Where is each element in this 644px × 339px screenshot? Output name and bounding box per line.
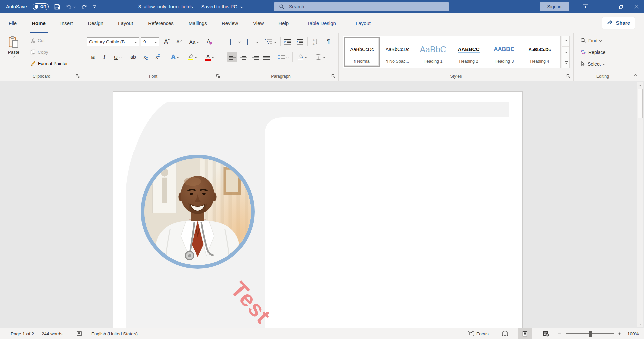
proofing-status-button[interactable] (74, 328, 85, 339)
search-icon (279, 4, 284, 9)
clipboard-dialog-launcher[interactable] (76, 74, 80, 78)
tab-home[interactable]: Home (24, 13, 53, 33)
search-box[interactable] (274, 2, 449, 11)
highlight-color-button[interactable] (184, 52, 200, 62)
doctor-photo[interactable] (141, 155, 255, 269)
copy-button[interactable]: Copy (28, 49, 50, 55)
underline-button[interactable]: U (111, 52, 125, 62)
styles-gallery-more-button[interactable] (562, 57, 569, 68)
decrease-indent-button[interactable] (282, 37, 293, 47)
tab-table-design[interactable]: Table Design (300, 13, 343, 33)
font-name-combo[interactable]: Century Gothic (B (87, 37, 139, 46)
web-layout-button[interactable] (539, 328, 553, 339)
language-indicator[interactable]: English (United States) (89, 328, 140, 339)
shrink-font-button[interactable]: A (174, 37, 184, 47)
save-button[interactable] (54, 4, 60, 10)
text-effects-button[interactable]: A (168, 52, 182, 62)
paste-button[interactable]: Paste (4, 36, 23, 71)
styles-dialog-launcher[interactable] (566, 74, 570, 78)
zoom-out-button[interactable] (556, 328, 564, 339)
zoom-in-button[interactable] (616, 328, 623, 339)
tab-references[interactable]: References (141, 13, 181, 33)
quick-access-toolbar-button[interactable] (93, 5, 97, 9)
increase-indent-button[interactable] (294, 37, 305, 47)
page-indicator[interactable]: Page 1 of 2 (9, 328, 36, 339)
align-right-icon (252, 54, 259, 60)
close-button[interactable] (629, 0, 644, 13)
ribbon-display-options-button[interactable] (578, 0, 593, 13)
document-title[interactable]: 3_allow_only_form_fields - Saved to this… (138, 0, 243, 13)
font-color-button[interactable]: A (202, 52, 217, 62)
share-button[interactable]: Share (602, 17, 635, 29)
document-page[interactable]: Test (113, 91, 523, 328)
vertical-scrollbar[interactable] (637, 82, 643, 327)
select-button[interactable]: Select (578, 61, 607, 67)
tab-design[interactable]: Design (80, 13, 111, 33)
sign-in-button[interactable]: Sign in (540, 2, 569, 11)
font-dialog-launcher[interactable] (216, 74, 220, 78)
tab-table-layout[interactable]: Layout (348, 13, 378, 33)
italic-button[interactable]: I (99, 52, 109, 62)
font-color-icon: A (205, 54, 211, 61)
bold-button[interactable]: B (88, 52, 98, 62)
align-center-button[interactable] (239, 52, 249, 62)
zoom-slider-handle[interactable] (589, 331, 592, 337)
scroll-up-button[interactable] (637, 82, 643, 88)
shading-button[interactable] (294, 52, 310, 62)
restore-button[interactable] (613, 0, 629, 13)
print-layout-button[interactable] (518, 328, 532, 339)
document-area[interactable]: Test (0, 81, 644, 328)
scrollbar-thumb[interactable] (638, 89, 643, 118)
bullets-button[interactable] (227, 37, 242, 47)
search-input[interactable] (288, 4, 445, 10)
strikethrough-button[interactable]: ab (127, 52, 139, 62)
show-formatting-button[interactable]: ¶ (323, 37, 333, 47)
zoom-slider-track[interactable] (566, 333, 614, 334)
format-painter-button[interactable]: Format Painter (28, 60, 70, 66)
word-count[interactable]: 244 words (40, 328, 64, 339)
styles-scroll-up-button[interactable] (562, 36, 569, 47)
style-heading-4[interactable]: AaBbCcDc Heading 4 (522, 37, 557, 67)
read-mode-button[interactable] (498, 328, 512, 339)
justify-button[interactable] (262, 52, 272, 62)
zoom-level[interactable]: 100% (625, 328, 641, 339)
minimize-button[interactable] (598, 0, 613, 13)
style-heading-3[interactable]: AABBC Heading 3 (486, 37, 522, 67)
replace-button[interactable]: b c Replace (578, 49, 607, 55)
tab-insert[interactable]: Insert (53, 13, 80, 33)
change-case-button[interactable]: Aa (186, 37, 201, 47)
focus-mode-button[interactable]: Focus (466, 328, 491, 339)
collapse-ribbon-button[interactable] (633, 72, 639, 78)
style-heading-1[interactable]: AaBbC Heading 1 (415, 37, 451, 67)
tab-help[interactable]: Help (271, 13, 296, 33)
cut-button[interactable]: Cut (28, 38, 47, 43)
autosave-toggle[interactable]: Off (33, 3, 49, 10)
tab-file[interactable]: File (1, 13, 24, 33)
grow-font-button[interactable]: A (162, 37, 172, 47)
style-normal[interactable]: AaBbCcDc ¶ Normal (344, 37, 380, 67)
align-right-button[interactable] (250, 52, 260, 62)
style-no-spacing[interactable]: AaBbCcDc ¶ No Spac... (380, 37, 415, 67)
scroll-down-button[interactable] (637, 322, 643, 327)
multilevel-list-button[interactable] (262, 37, 278, 47)
tab-view[interactable]: View (246, 13, 271, 33)
paragraph-dialog-launcher[interactable] (331, 74, 335, 78)
sort-button[interactable]: A Z (309, 37, 321, 47)
redo-button[interactable] (81, 4, 87, 10)
align-left-button[interactable] (227, 52, 237, 62)
borders-button[interactable] (312, 52, 328, 62)
subscript-button[interactable]: x 2 (140, 52, 151, 62)
clear-formatting-button[interactable]: A (203, 37, 215, 47)
highlighter-icon (188, 54, 194, 60)
style-heading-2[interactable]: AABBCC Heading 2 (451, 37, 486, 67)
tab-layout[interactable]: Layout (111, 13, 141, 33)
numbering-button[interactable] (244, 37, 260, 47)
superscript-button[interactable]: x 2 (152, 52, 163, 62)
tab-mailings[interactable]: Mailings (181, 13, 214, 33)
line-spacing-button[interactable] (276, 52, 290, 62)
tab-review[interactable]: Review (214, 13, 246, 33)
undo-button[interactable] (66, 4, 75, 10)
styles-scroll-down-button[interactable] (562, 47, 569, 57)
font-size-combo[interactable]: 9 (141, 37, 159, 46)
find-button[interactable]: Find (578, 37, 603, 44)
